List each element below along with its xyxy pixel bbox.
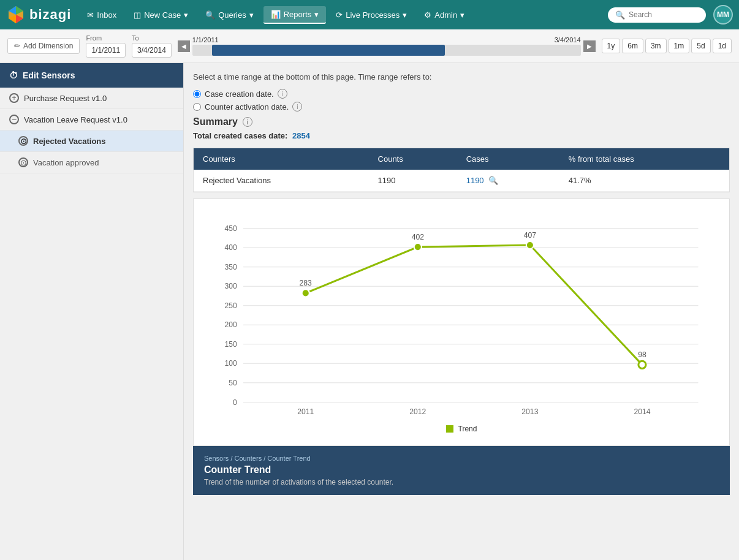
legend-color (446, 425, 453, 433)
minus-icon: − (9, 115, 19, 124)
chart-area: 450 400 350 300 250 200 150 100 (206, 211, 717, 420)
svg-text:2013: 2013 (521, 407, 538, 416)
reports-icon: 📊 (271, 10, 281, 19)
live-processes-icon: ⟳ (336, 10, 343, 20)
slider-right-arrow[interactable]: ▶ (583, 40, 596, 52)
top-navigation: bizagi ✉ Inbox ◫ New Case ▾ 🔍 Queries ▾ … (0, 0, 739, 29)
add-icon: ✏ (14, 42, 20, 50)
add-dimension-button[interactable]: ✏ Add Dimension (7, 38, 80, 54)
info-icon-case[interactable]: i (278, 89, 287, 99)
nav-reports[interactable]: 📊 Reports ▾ (263, 6, 327, 24)
counter-activation-radio[interactable] (193, 103, 201, 111)
svg-text:200: 200 (225, 320, 238, 329)
main-layout: ⏱ Edit Sensors + Purchase Request v1.0 −… (0, 63, 739, 560)
sidebar-item-vacation-approved[interactable]: ⊙ Vacation approved (0, 152, 183, 173)
range-slider-area: ◀ 1/1/2011 3/4/2014 ▶ (178, 36, 596, 56)
footer-title: Counter Trend (204, 464, 719, 475)
slider-left-arrow[interactable]: ◀ (178, 40, 190, 52)
data-point-2013 (526, 241, 534, 249)
svg-text:407: 407 (524, 231, 537, 240)
queries-icon: 🔍 (205, 10, 215, 20)
svg-text:402: 402 (412, 233, 425, 241)
search-input[interactable] (629, 10, 699, 19)
counter-icon: ⊙ (18, 136, 28, 146)
dropdown-arrow-icon: ▾ (403, 10, 407, 20)
time-btn-1m[interactable]: 1m (669, 39, 690, 53)
col-cases: Cases (457, 148, 559, 170)
svg-text:2011: 2011 (297, 407, 314, 416)
dropdown-arrow-icon: ▾ (314, 10, 319, 19)
time-btn-1y[interactable]: 1y (602, 39, 621, 53)
time-btn-5d[interactable]: 5d (691, 39, 710, 53)
trend-chart-container: 450 400 350 300 250 200 150 100 (193, 199, 730, 446)
data-point-2011 (302, 289, 309, 297)
footer-info: Sensors / Counters / Counter Trend Count… (193, 446, 730, 495)
content-area: Select a time range at the bottom of thi… (184, 63, 739, 560)
time-btn-6m[interactable]: 6m (622, 39, 643, 53)
logo-text: bizagi (29, 7, 71, 23)
cell-percentage: 41.7% (559, 170, 729, 192)
toolbar: ✏ Add Dimension From 1/1/2011 To 3/4/201… (0, 29, 739, 63)
from-date-field: From 1/1/2011 (86, 34, 126, 58)
nav-admin[interactable]: ⚙ Admin ▾ (417, 7, 472, 23)
edit-sensors-icon: ⏱ (9, 70, 18, 80)
from-date-value[interactable]: 1/1/2011 (86, 43, 126, 58)
nav-new-case[interactable]: ◫ New Case ▾ (126, 7, 195, 23)
summary-title: Summary i (193, 116, 730, 127)
logo-icon (6, 5, 26, 25)
svg-text:300: 300 (225, 282, 238, 290)
col-counters: Counters (194, 148, 369, 170)
trend-line (306, 245, 642, 365)
svg-text:2012: 2012 (409, 407, 426, 416)
user-avatar[interactable]: MM (713, 5, 733, 25)
sidebar-item-purchase[interactable]: + Purchase Request v1.0 (0, 88, 183, 109)
summary-table-wrapper: Counters Counts Cases % from total cases… (193, 148, 730, 192)
info-icon-summary[interactable]: i (243, 117, 252, 127)
nav-inbox[interactable]: ✉ Inbox (80, 7, 124, 23)
cell-counter-name: Rejected Vacations (194, 170, 369, 192)
sidebar-item-rejected-vacations[interactable]: ⊙ Rejected Vacations (0, 131, 183, 152)
time-btn-3m[interactable]: 3m (645, 39, 667, 53)
info-icon-counter[interactable]: i (292, 102, 302, 112)
search-cases-icon[interactable]: 🔍 (488, 176, 498, 185)
date-type-options: Case creation date. i Counter activation… (193, 89, 730, 112)
sidebar-header: ⏱ Edit Sensors (0, 63, 183, 88)
admin-icon: ⚙ (424, 10, 431, 20)
table-row: Rejected Vacations 1190 1190 🔍 41.7% (194, 170, 729, 192)
data-point-2012 (414, 243, 422, 251)
nav-live-processes[interactable]: ⟳ Live Processes ▾ (328, 7, 414, 23)
svg-text:450: 450 (225, 224, 238, 233)
svg-text:283: 283 (300, 279, 313, 287)
svg-text:250: 250 (225, 301, 238, 310)
case-creation-radio-label[interactable]: Case creation date. i (193, 89, 730, 99)
to-date-value[interactable]: 3/4/2014 (132, 43, 172, 58)
time-range-note: Select a time range at the bottom of thi… (193, 72, 730, 81)
cell-counts: 1190 (369, 170, 457, 192)
search-box[interactable]: 🔍 (608, 7, 706, 23)
plus-icon: + (9, 93, 19, 103)
col-percentage: % from total cases (559, 148, 729, 170)
new-case-icon: ◫ (134, 10, 141, 20)
sidebar-item-vacation-leave[interactable]: − Vacation Leave Request v1.0 (0, 109, 183, 131)
dropdown-arrow-icon: ▾ (184, 10, 188, 20)
range-slider[interactable]: 1/1/2011 3/4/2014 (192, 36, 581, 56)
svg-text:0: 0 (233, 398, 237, 407)
total-cases-stat: Total created cases date: 2854 (193, 131, 730, 140)
svg-text:100: 100 (225, 359, 238, 368)
data-point-2014 (639, 361, 646, 368)
cases-link[interactable]: 1190 (466, 176, 484, 185)
time-btn-1d[interactable]: 1d (713, 39, 732, 53)
inbox-icon: ✉ (87, 10, 94, 20)
time-range-buttons: 1y 6m 3m 1m 5d 1d (602, 39, 732, 53)
footer-description: Trend of the number of activations of th… (204, 478, 719, 486)
cell-cases[interactable]: 1190 🔍 (457, 170, 559, 192)
svg-text:2014: 2014 (634, 407, 650, 416)
nav-queries[interactable]: 🔍 Queries ▾ (198, 7, 261, 23)
counter-icon: ⊙ (18, 157, 28, 167)
case-creation-radio[interactable] (193, 90, 201, 98)
dropdown-arrow-icon: ▾ (249, 10, 254, 20)
svg-text:50: 50 (229, 379, 237, 387)
svg-text:150: 150 (225, 340, 238, 349)
footer-breadcrumb: Sensors / Counters / Counter Trend (204, 455, 719, 462)
counter-activation-radio-label[interactable]: Counter activation date. i (193, 102, 730, 112)
